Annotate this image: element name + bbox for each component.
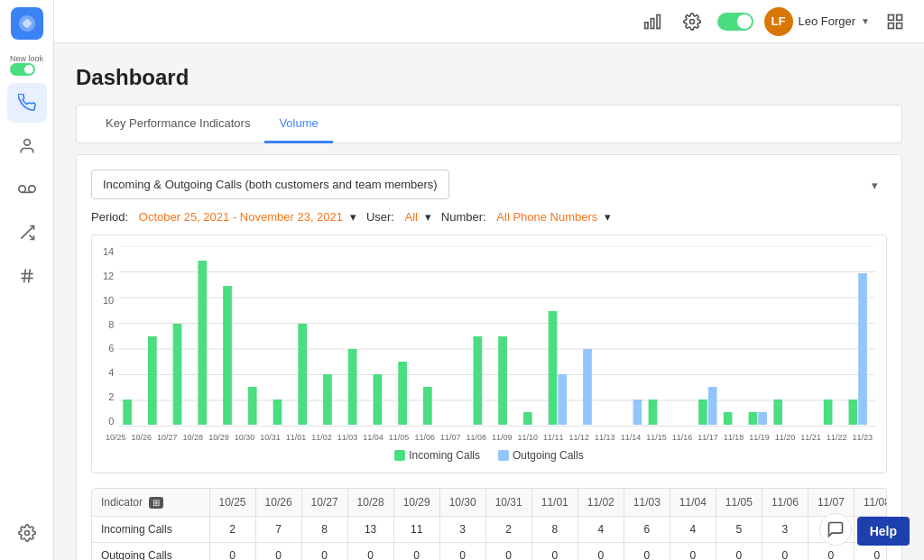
x-label: 11/18 xyxy=(721,433,747,442)
x-label: 11/16 xyxy=(670,433,696,442)
col-1027: 10/27 xyxy=(301,489,347,517)
outgoing-legend: Outgoing Calls xyxy=(498,449,584,462)
x-label: 10/25 xyxy=(103,433,129,442)
x-label: 11/04 xyxy=(360,433,386,442)
incoming-legend-dot xyxy=(394,450,405,461)
settings-icon[interactable] xyxy=(678,7,707,36)
sidebar-item-voicemail[interactable] xyxy=(7,170,47,209)
cell-value: 0 xyxy=(670,543,716,561)
period-label: Period: xyxy=(91,210,128,224)
new-look-toggle[interactable] xyxy=(10,63,35,76)
col-1028: 10/28 xyxy=(347,489,393,517)
x-label: 11/17 xyxy=(695,433,721,442)
x-label: 11/14 xyxy=(618,433,644,442)
col-1101: 11/01 xyxy=(531,489,578,517)
x-label: 11/07 xyxy=(438,433,464,442)
incoming-legend-label: Incoming Calls xyxy=(409,449,480,462)
cell-value: 0 xyxy=(301,543,347,561)
x-label: 11/19 xyxy=(746,433,772,442)
cell-value: 8 xyxy=(301,517,347,543)
period-filter[interactable]: October 25, 2021 - November 23, 2021 xyxy=(139,210,343,224)
tab-kpi[interactable]: Key Performance Indicators xyxy=(91,106,264,143)
svg-point-10 xyxy=(24,531,29,536)
svg-point-14 xyxy=(689,19,694,23)
x-label: 10/28 xyxy=(180,433,207,442)
number-filter[interactable]: All Phone Numbers xyxy=(496,210,597,224)
svg-rect-11 xyxy=(657,14,660,28)
col-1025: 10/25 xyxy=(209,489,255,517)
analytics-icon[interactable] xyxy=(638,7,667,36)
filter-row: Period: October 25, 2021 - November 23, … xyxy=(91,210,887,224)
x-label: 10/30 xyxy=(232,433,258,442)
status-toggle[interactable] xyxy=(717,13,753,31)
chart-legend: Incoming Calls Outgoing Calls xyxy=(103,449,875,462)
dropdown-wrapper: Incoming & Outgoing Calls (both customer… xyxy=(91,170,887,199)
x-label: 11/08 xyxy=(463,433,489,442)
table-row: Outgoing Calls0000000000000000046 xyxy=(92,543,887,561)
user-menu[interactable]: LF Leo Forger ▼ xyxy=(764,7,871,36)
svg-rect-12 xyxy=(651,18,653,28)
sidebar-bottom xyxy=(7,513,47,553)
x-label: 10/29 xyxy=(206,433,232,442)
sidebar-item-integrations[interactable] xyxy=(7,213,47,252)
cell-value: 2 xyxy=(209,517,255,543)
table-row: Incoming Calls278131132846453077190 xyxy=(92,517,887,543)
number-label: Number: xyxy=(441,210,486,224)
x-label: 11/11 xyxy=(541,433,567,442)
cell-value: 4 xyxy=(670,517,716,543)
apps-icon[interactable] xyxy=(881,7,910,36)
col-1103: 11/03 xyxy=(624,489,670,517)
x-label: 11/21 xyxy=(798,433,824,442)
user-label: User: xyxy=(366,210,394,224)
cell-value: 0 xyxy=(485,543,531,561)
cell-value: 0 xyxy=(531,543,578,561)
cell-value: 13 xyxy=(347,517,393,543)
chat-icon[interactable] xyxy=(819,513,852,546)
cell-value: 0 xyxy=(624,543,670,561)
cell-value: 7 xyxy=(255,517,301,543)
user-name: Leo Forger xyxy=(799,14,856,28)
main-content: Dashboard Key Performance Indicators Vol… xyxy=(54,43,924,560)
sidebar: New look xyxy=(0,0,54,560)
x-label: 11/09 xyxy=(489,433,515,442)
cell-value: 0 xyxy=(393,543,439,561)
svg-rect-15 xyxy=(889,14,894,20)
cell-value: 8 xyxy=(531,517,578,543)
avatar: LF xyxy=(764,7,793,36)
col-1108: 11/08 xyxy=(854,489,887,517)
sidebar-item-settings[interactable] xyxy=(7,513,47,553)
x-label: 11/23 xyxy=(849,433,875,442)
svg-point-1 xyxy=(18,186,24,193)
app-logo xyxy=(11,7,43,40)
tabs-container: Key Performance Indicators Volume xyxy=(76,105,902,143)
cell-value: 0 xyxy=(209,543,255,561)
incoming-legend: Incoming Calls xyxy=(394,449,480,462)
help-button[interactable]: Help xyxy=(857,517,910,546)
data-table: Indicator ⊞ 10/25 10/26 10/27 10/28 10/2… xyxy=(91,488,887,560)
x-label: 11/02 xyxy=(309,433,335,442)
col-1104: 11/04 xyxy=(670,489,716,517)
x-label: 11/10 xyxy=(515,433,541,442)
cell-value: 0 xyxy=(439,543,485,561)
chevron-down-icon: ▼ xyxy=(861,16,870,26)
col-1105: 11/05 xyxy=(716,489,762,517)
x-label: 11/06 xyxy=(411,433,438,442)
col-1107: 11/07 xyxy=(808,489,854,517)
tab-volume[interactable]: Volume xyxy=(264,106,332,143)
sidebar-item-contacts[interactable] xyxy=(7,126,47,166)
outgoing-legend-dot xyxy=(498,450,509,461)
svg-rect-18 xyxy=(897,23,902,28)
user-filter[interactable]: All xyxy=(405,210,418,224)
cell-value: 3 xyxy=(439,517,485,543)
sidebar-item-calls[interactable] xyxy=(7,83,47,123)
call-type-dropdown[interactable]: Incoming & Outgoing Calls (both customer… xyxy=(91,170,449,199)
row-label: Outgoing Calls xyxy=(92,543,209,561)
svg-line-8 xyxy=(23,270,25,283)
x-label: 11/03 xyxy=(335,433,361,442)
col-1029: 10/29 xyxy=(393,489,439,517)
cell-value: 0 xyxy=(578,543,624,561)
cell-value: 3 xyxy=(762,517,808,543)
dropdown-row: Incoming & Outgoing Calls (both customer… xyxy=(91,170,887,199)
cell-value: 0 xyxy=(716,543,762,561)
sidebar-item-tags[interactable] xyxy=(7,256,47,296)
